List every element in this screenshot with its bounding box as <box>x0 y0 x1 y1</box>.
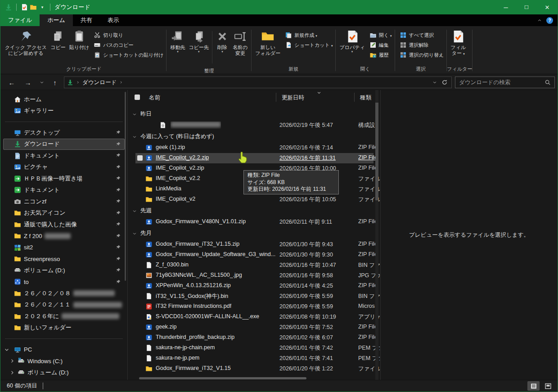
column-header-name[interactable]: 名前 <box>149 94 160 102</box>
open-button[interactable]: 開く ▾ <box>369 32 392 39</box>
quick-access-download-icon[interactable] <box>4 2 13 13</box>
file-row[interactable]: 2026/02/19 午後 5:47 構成設 <box>128 120 380 131</box>
file-row[interactable]: iT32 Firmware Instructions.pdf 2026/01/0… <box>128 302 380 312</box>
scrollbar-thumb[interactable] <box>375 103 378 200</box>
select-all-button[interactable]: すべて選択 <box>400 32 444 39</box>
chevron-right-icon[interactable] <box>9 358 15 364</box>
copy-to-button[interactable]: コピー先▾ <box>187 27 211 67</box>
minimize-button[interactable]: ─ <box>495 0 516 14</box>
file-row[interactable]: 71y8G3NNcWL._AC_SL1500_.jpg 2026/01/16 午… <box>128 270 380 281</box>
new-folder-button[interactable]: 新しいフォルダー <box>253 27 282 65</box>
copy-path-button[interactable]: パスのコピー <box>94 41 163 49</box>
sidebar-item-documents-link[interactable]: ドキュメント <box>3 185 125 196</box>
vertical-scrollbar[interactable] <box>375 90 378 380</box>
forward-button[interactable]: → <box>22 77 34 88</box>
address-bar[interactable]: ダウンロード <box>64 77 452 88</box>
history-button[interactable]: 履歴 <box>369 51 392 59</box>
column-header-type[interactable]: 種類 <box>360 94 371 102</box>
row-checkbox[interactable] <box>137 155 143 161</box>
properties-button[interactable]: プロパティ▾ <box>338 27 366 65</box>
copy-button[interactable]: コピー <box>49 27 68 65</box>
sidebar-item-gallery[interactable]: ギャラリー <box>3 105 125 117</box>
sidebar-item-folder-260208[interactable]: ２６／０２／０８ <box>3 288 125 299</box>
sidebar-item-folder-2026[interactable]: ２０２６年に <box>3 311 125 322</box>
file-row[interactable]: geek.zip 2026/01/03 午前 7:52 ZIP File <box>128 322 380 333</box>
file-row[interactable]: Godox_Firmware_Update_Software_G3_wind..… <box>128 250 380 260</box>
sidebar-item-new-folder[interactable]: 新しいフォルダー <box>3 322 125 334</box>
collapse-ribbon-button[interactable] <box>537 18 542 23</box>
move-to-button[interactable]: 移動先▾ <box>168 27 187 67</box>
sidebar-item-folder-260211[interactable]: ２６／０２／１１ <box>3 299 125 311</box>
file-row[interactable]: sakura-ne-jp-chain.pem 2026/01/01 午後 7:4… <box>128 343 380 353</box>
tab-view[interactable]: 表示 <box>100 14 127 26</box>
sidebar-item-zf200[interactable]: Z f 200 <box>3 230 125 242</box>
search-box[interactable] <box>455 77 555 88</box>
back-button[interactable]: ← <box>6 77 18 88</box>
close-button[interactable]: ✕ <box>537 0 558 14</box>
sidebar-item-sit2[interactable]: sit2 <box>3 242 125 253</box>
refresh-icon[interactable] <box>441 79 448 86</box>
sidebar-item-purchased-images[interactable]: 通販で購入した画像 <box>3 219 125 230</box>
quick-access-new-folder-button[interactable] <box>29 2 38 13</box>
search-input[interactable] <box>459 79 544 86</box>
sidebar-item-screenpresso[interactable]: Screenpresso <box>3 253 125 265</box>
file-row[interactable]: geek (1).zip 2026/02/16 午後 7:14 ZIP File <box>128 143 380 153</box>
file-row[interactable]: sakura-ne-jp.pem 2026/01/01 午後 7:41 PEM … <box>128 353 380 364</box>
recent-locations-button[interactable] <box>37 77 46 88</box>
sidebar-item-to[interactable]: to <box>3 276 125 288</box>
tab-share[interactable]: 共有 <box>73 14 100 26</box>
rename-button[interactable]: 名前の変更 <box>231 27 249 67</box>
file-row[interactable]: Godox_Firmware_V480N_V1.01.zip 2026/02/1… <box>128 217 380 227</box>
sidebar-item-documents[interactable]: ドキュメント <box>3 150 125 162</box>
sidebar-item-pictures[interactable]: ピクチャ <box>3 162 125 173</box>
tab-file[interactable]: ファイル <box>0 14 40 26</box>
file-row[interactable]: Thunderbird_profile_backup.zip 2026/01/0… <box>128 333 380 343</box>
customize-quick-access-button[interactable]: ▾ <box>38 2 47 13</box>
paste-shortcut-button[interactable]: ショートカットの貼り付け <box>94 51 163 59</box>
file-row[interactable]: XPPenWin_4.0.13.251216.zip 2026/01/14 午後… <box>128 281 380 291</box>
sidebar-item-nikon-zf[interactable]: ニコンzf <box>3 196 125 207</box>
sidebar-item-hpb-images[interactable]: ＨＰＢ画像一時置き場 <box>3 173 125 185</box>
group-header[interactable]: 先週 <box>128 205 380 217</box>
horizontal-scrollbar[interactable] <box>139 377 306 379</box>
group-header[interactable]: 先月 <box>128 227 380 239</box>
help-icon[interactable]: ? <box>546 17 553 24</box>
chevron-right-icon[interactable] <box>9 370 15 375</box>
quick-access-properties-button[interactable] <box>20 2 29 13</box>
sidebar-item-volume-d-2[interactable]: ボリューム (D:) <box>3 367 125 378</box>
sidebar-scrollbar[interactable] <box>125 92 126 281</box>
file-row[interactable]: IME_Copilot_v2.2.zip 2026/02/16 午前 11:31… <box>128 153 380 163</box>
group-header[interactable]: 昨日 <box>128 108 380 120</box>
up-button[interactable]: ↑ <box>49 77 61 88</box>
file-row[interactable]: iT32_V1.15_Godox(神牛).bin 2026/01/09 午後 5… <box>128 291 380 302</box>
edit-button[interactable]: 編集 <box>369 41 392 49</box>
new-shortcut-button[interactable]: ショートカット ▾ <box>285 41 333 49</box>
select-none-button[interactable]: 選択解除 <box>400 41 444 49</box>
select-all-checkbox[interactable] <box>135 95 140 100</box>
sidebar-item-desktop[interactable]: デスクトップ <box>3 127 125 139</box>
pin-to-quick-access-button[interactable]: クイック アクセスにピン留めする <box>3 27 49 65</box>
column-header-date[interactable]: 更新日時 <box>282 94 304 102</box>
file-row[interactable]: S-VDCD01-020001WF-ALLIN-ALL__.exe 2026/0… <box>128 312 380 322</box>
invert-selection-button[interactable]: 選択の切り替え <box>400 51 444 59</box>
sidebar-item-volume-d[interactable]: ボリューム (D:) <box>3 265 125 276</box>
address-dropdown-icon[interactable] <box>432 80 437 85</box>
delete-button[interactable]: 削除▾ <box>214 27 231 67</box>
maximize-button[interactable]: ☐ <box>516 0 537 14</box>
file-row[interactable]: Godox_Firmware_iT32_V1.15.zip 2026/01/30… <box>128 239 380 250</box>
column-divider[interactable] <box>354 93 355 102</box>
sidebar-item-windows-c[interactable]: Windows (C:) <box>3 356 125 367</box>
new-item-button[interactable]: 新規作成 ▾ <box>285 32 333 39</box>
sidebar-item-weather-icons[interactable]: お天気アイコン <box>3 207 125 219</box>
sidebar-item-pc[interactable]: PC <box>3 344 125 356</box>
file-row[interactable]: Z_f_0300.bin 2026/01/16 午前 10:47 BIN ファ <box>128 260 380 270</box>
filter-button[interactable]: フィルター ▾ <box>449 27 468 65</box>
sidebar-item-downloads[interactable]: ダウンロード <box>3 139 125 150</box>
sidebar-item-home[interactable]: ホーム <box>3 94 125 105</box>
thumbnail-view-button[interactable] <box>542 381 554 391</box>
paste-button[interactable]: 貼り付け <box>68 27 91 65</box>
file-row[interactable]: IME_Copilot_v2 2026/02/16 午前 10:05 ファイル <box>128 194 380 205</box>
breadcrumb-downloads[interactable]: ダウンロード <box>82 79 117 86</box>
details-view-button[interactable] <box>527 381 540 391</box>
chevron-down-icon[interactable] <box>4 347 9 352</box>
